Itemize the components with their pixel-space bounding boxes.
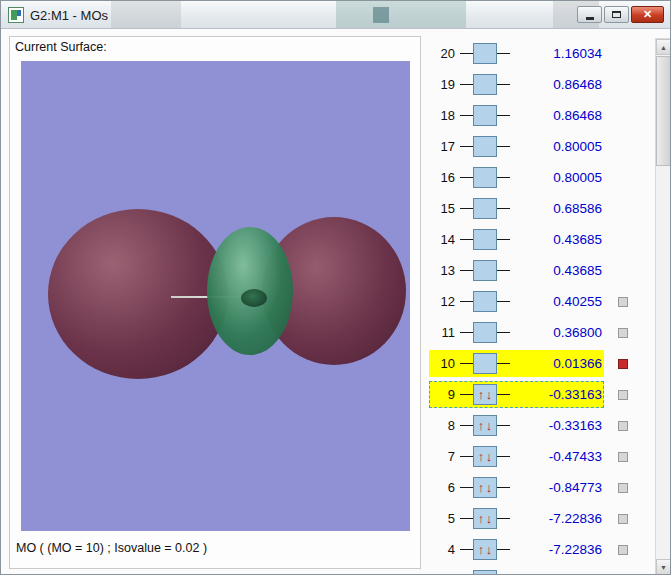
mo-row-main[interactable]: 15 0.68586 — [429, 195, 604, 222]
mo-checkbox[interactable] — [618, 514, 628, 524]
mo-row-main[interactable]: 18 0.86468 — [429, 102, 604, 129]
mo-row-main[interactable]: 12 0.40255 — [429, 288, 604, 315]
mo-list: 20 1.16034 19 0.86468 18 — [429, 38, 643, 575]
energy-level-line — [460, 177, 473, 178]
mo-row-main[interactable]: 7 ↑ ↓ -0.47433 — [429, 443, 604, 470]
mo-orbital-box[interactable] — [473, 198, 497, 219]
energy-level-line — [497, 208, 510, 209]
energy-level-line — [497, 239, 510, 240]
scrollbar-thumb[interactable] — [656, 56, 671, 166]
scroll-up-button[interactable]: ▲ — [656, 39, 671, 55]
mo-row[interactable]: 9 ↑ ↓ -0.33163 — [429, 379, 643, 410]
maximize-button[interactable] — [604, 6, 629, 23]
scrollbar[interactable]: ▲ ▼ — [655, 38, 671, 575]
mo-row[interactable]: 15 0.68586 — [429, 193, 643, 224]
mo-orbital-box[interactable]: ↑ ↓ — [473, 539, 497, 560]
mo-orbital-box[interactable] — [473, 74, 497, 95]
mo-orbital-box[interactable] — [473, 167, 497, 188]
mo-row[interactable]: 18 0.86468 — [429, 100, 643, 131]
mo-row[interactable]: 12 0.40255 — [429, 286, 643, 317]
mo-checkbox[interactable] — [618, 390, 628, 400]
electron-up-arrow-icon: ↑ — [477, 512, 485, 525]
mo-orbital-box[interactable] — [473, 260, 497, 281]
mo-row[interactable]: 14 0.43685 — [429, 224, 643, 255]
energy-level-line — [460, 425, 473, 426]
mo-checkbox[interactable] — [618, 545, 628, 555]
mo-orbital-box[interactable] — [473, 105, 497, 126]
mo-checkbox[interactable] — [618, 452, 628, 462]
mo-row-main[interactable]: 9 ↑ ↓ -0.33163 — [429, 381, 604, 408]
minimize-icon — [586, 17, 594, 20]
mo-row[interactable]: 5 ↑ ↓ -7.22836 — [429, 503, 643, 534]
electron-down-arrow-icon: ↓ — [485, 450, 493, 463]
mo-row[interactable]: 8 ↑ ↓ -0.33163 — [429, 410, 643, 441]
mo-row-main[interactable]: 17 0.80005 — [429, 133, 604, 160]
mo-checkbox[interactable] — [618, 328, 628, 338]
mo-row-main[interactable]: 10 0.01366 — [429, 350, 604, 377]
mo-row[interactable]: 20 1.16034 — [429, 38, 643, 69]
scroll-down-icon: ▼ — [660, 564, 667, 571]
mo-number: 18 — [431, 108, 455, 123]
energy-level-line — [460, 456, 473, 457]
mo-row[interactable]: ↑ ↓ — [429, 565, 643, 575]
mo-row[interactable]: 19 0.86468 — [429, 69, 643, 100]
mo-energy-value: -7.22836 — [512, 542, 602, 557]
mo-row-main[interactable]: ↑ ↓ — [429, 567, 604, 575]
close-icon: ✕ — [643, 8, 652, 21]
mo-energy-value: 0.40255 — [512, 294, 602, 309]
scroll-down-button[interactable]: ▼ — [656, 559, 671, 575]
background-window-fragment — [111, 1, 181, 29]
minimize-button[interactable] — [577, 6, 602, 23]
mo-orbital-box[interactable] — [473, 291, 497, 312]
mo-row-main[interactable]: 16 0.80005 — [429, 164, 604, 191]
mo-checkbox[interactable] — [618, 297, 628, 307]
titlebar[interactable]: G2:M1 - MOs ✕ — [1, 1, 670, 29]
mo-orbital-box[interactable] — [473, 229, 497, 250]
mo-row-main[interactable]: 11 0.36800 — [429, 319, 604, 346]
mo-row[interactable]: 11 0.36800 — [429, 317, 643, 348]
mo-checkbox[interactable] — [618, 421, 628, 431]
mo-checkbox[interactable] — [618, 359, 628, 369]
mo-orbital-box[interactable]: ↑ ↓ — [473, 477, 497, 498]
mo-orbital-box[interactable]: ↑ ↓ — [473, 446, 497, 467]
close-button[interactable]: ✕ — [631, 6, 664, 23]
mo-row-main[interactable]: 14 0.43685 — [429, 226, 604, 253]
energy-level-line — [497, 394, 510, 395]
mo-row[interactable]: 6 ↑ ↓ -0.84773 — [429, 472, 643, 503]
mo-energy-value: 0.86468 — [512, 108, 602, 123]
mo-row[interactable]: 16 0.80005 — [429, 162, 643, 193]
mo-row[interactable]: 4 ↑ ↓ -7.22836 — [429, 534, 643, 565]
mo-row[interactable]: 7 ↑ ↓ -0.47433 — [429, 441, 643, 472]
background-window-fragment — [336, 1, 466, 29]
mo-orbital-box[interactable]: ↑ ↓ — [473, 384, 497, 405]
mo-number: 17 — [431, 139, 455, 154]
mo-row[interactable]: 17 0.80005 — [429, 131, 643, 162]
mo-number: 12 — [431, 294, 455, 309]
mo-row[interactable]: 13 0.43685 — [429, 255, 643, 286]
energy-level-line — [497, 301, 510, 302]
mo-row-main[interactable]: 19 0.86468 — [429, 71, 604, 98]
mo-orbital-box[interactable] — [473, 43, 497, 64]
electron-down-arrow-icon: ↓ — [485, 419, 493, 432]
mo-number: 6 — [431, 480, 455, 495]
mo-orbital-box[interactable] — [473, 322, 497, 343]
mo-row-main[interactable]: 8 ↑ ↓ -0.33163 — [429, 412, 604, 439]
mo-row-main[interactable]: 13 0.43685 — [429, 257, 604, 284]
mo-orbital-box[interactable]: ↑ ↓ — [473, 570, 497, 575]
mo-row-main[interactable]: 6 ↑ ↓ -0.84773 — [429, 474, 604, 501]
mo-orbital-box[interactable]: ↑ ↓ — [473, 508, 497, 529]
electron-down-arrow-icon: ↓ — [485, 512, 493, 525]
mo-orbital-box[interactable] — [473, 136, 497, 157]
mo-row[interactable]: 10 0.01366 — [429, 348, 643, 379]
mo-number: 8 — [431, 418, 455, 433]
mo-orbital-box[interactable] — [473, 353, 497, 374]
mo-row-main[interactable]: 5 ↑ ↓ -7.22836 — [429, 505, 604, 532]
orbital-3d-viewport[interactable] — [21, 61, 410, 531]
mo-row-main[interactable]: 20 1.16034 — [429, 40, 604, 67]
mo-energy-value: 0.01366 — [512, 356, 602, 371]
mo-number: 20 — [431, 46, 455, 61]
mo-checkbox[interactable] — [618, 483, 628, 493]
mo-orbital-box[interactable]: ↑ ↓ — [473, 415, 497, 436]
mo-row-main[interactable]: 4 ↑ ↓ -7.22836 — [429, 536, 604, 563]
mo-number: 16 — [431, 170, 455, 185]
